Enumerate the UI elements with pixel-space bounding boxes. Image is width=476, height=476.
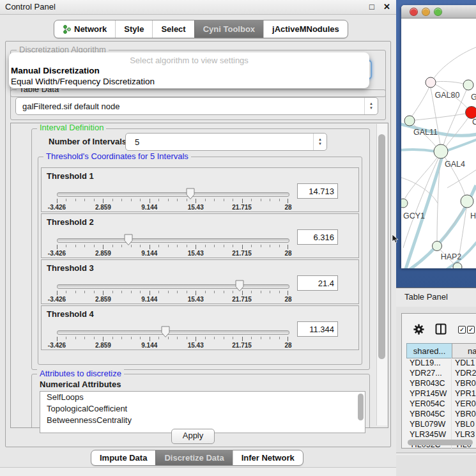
network-edge[interactable] <box>401 150 436 151</box>
tab-cyni-toolbox-label: Cyni Toolbox <box>203 24 255 34</box>
zoom-traffic-light[interactable] <box>434 8 442 16</box>
threshold-4-slider[interactable]: -3.426 2.859 9.144 15.43 21.715 28 <box>57 325 288 348</box>
table-hscrollbar-thumb[interactable] <box>408 440 473 445</box>
close-window-icon[interactable]: ✕ <box>383 2 390 12</box>
network-node[interactable] <box>466 107 476 119</box>
algorithm-option-manual[interactable]: Manual Discretization <box>11 66 100 75</box>
network-node[interactable] <box>461 195 473 208</box>
table-data-combobox[interactable]: galFiltered.sif default node ▲ ▼ <box>15 97 378 115</box>
list-scrollbar[interactable] <box>358 394 364 420</box>
threshold-1-slider[interactable]: -3.426 2.859 9.144 15.43 21.715 28 <box>57 187 288 210</box>
table-cell-shared-name[interactable]: YLR345W <box>406 429 452 440</box>
slider-tick-labels: -3.426 2.859 9.144 15.43 21.715 28 <box>57 204 288 211</box>
number-of-intervals-combobox[interactable]: 5 ▲ ▼ <box>125 133 327 151</box>
network-node[interactable] <box>401 199 408 208</box>
table-cell-shared-name[interactable]: YBL079W <box>406 419 452 429</box>
network-node-label: GCY1 <box>403 211 425 220</box>
network-node[interactable] <box>426 77 436 88</box>
list-item[interactable]: BetweennessCentrality <box>40 415 365 426</box>
combo-stepper-icon[interactable]: ▲ ▼ <box>313 134 326 150</box>
network-edge[interactable] <box>403 158 438 248</box>
network-graph[interactable]: GAL80GACGAL11GAL4GCY1HHAP2 <box>401 18 476 268</box>
network-edge[interactable] <box>447 170 476 188</box>
table-cell-shared-name[interactable]: YPR145W <box>406 388 452 399</box>
control-panel-titlebar: Control Panel □ ✕ <box>0 0 396 15</box>
list-item[interactable]: TopologicalCoefficient <box>40 403 365 415</box>
float-window-icon[interactable]: □ <box>369 2 374 12</box>
threshold-1-value-field[interactable] <box>297 183 338 199</box>
tab-discretize-data-label: Discretize Data <box>164 453 224 463</box>
table-cell-name[interactable]: YBR0 <box>452 378 476 388</box>
network-edge[interactable] <box>433 47 476 79</box>
tab-cyni-toolbox[interactable]: Cyni Toolbox <box>194 20 263 38</box>
slider-track[interactable] <box>57 238 289 243</box>
network-node[interactable] <box>433 242 442 251</box>
threshold-3-value-field[interactable] <box>297 275 338 291</box>
apply-button[interactable]: Apply <box>171 429 215 444</box>
network-node[interactable] <box>404 116 415 126</box>
network-edge[interactable] <box>436 81 463 84</box>
slider-ticks <box>57 199 288 203</box>
table-cell-shared-name[interactable]: YBR045C <box>406 409 452 419</box>
gear-icon[interactable] <box>413 324 424 335</box>
checkbox-icon[interactable]: ✓ <box>458 326 466 334</box>
threshold-3-slider[interactable]: -3.426 2.859 9.144 15.43 21.715 28 <box>57 279 288 302</box>
network-edge[interactable] <box>411 87 429 117</box>
close-traffic-light[interactable] <box>410 8 418 16</box>
network-edge[interactable] <box>415 114 465 120</box>
tab-jactivemnodules-label: jActiveMNodules <box>272 24 339 34</box>
threshold-2-value-field[interactable] <box>297 229 338 245</box>
control-panel-title: Control Panel <box>5 2 56 12</box>
numerical-attributes-list: SelfLoops TopologicalCoefficient Between… <box>40 391 365 433</box>
table-cell-name[interactable]: YBL0 <box>452 419 476 429</box>
table-cell-shared-name[interactable]: YER054C <box>406 399 452 409</box>
checkbox-icon[interactable]: ✓ <box>467 326 475 334</box>
slider-ticks <box>57 337 288 341</box>
tab-select-label: Select <box>161 24 185 34</box>
network-edge[interactable] <box>446 118 468 146</box>
tab-network-label: Network <box>74 24 107 34</box>
tab-infer-network[interactable]: Infer Network <box>233 450 303 465</box>
settings-scrollbar-thumb[interactable] <box>378 134 385 359</box>
slider-track[interactable] <box>57 192 289 197</box>
combo-stepper-icon[interactable]: ▲ ▼ <box>364 98 378 114</box>
list-item[interactable]: SelfLoops <box>40 392 365 403</box>
table-cell-shared-name[interactable]: YBR043C <box>406 378 452 388</box>
tab-discretize-data[interactable]: Discretize Data <box>155 450 232 465</box>
slider-ticks <box>57 291 288 295</box>
tab-style-label: Style <box>124 24 144 34</box>
network-node[interactable] <box>434 144 448 158</box>
table-cell-name[interactable]: YDR2 <box>452 368 476 378</box>
network-window-titlebar[interactable] <box>401 5 476 19</box>
table-cell-name[interactable]: YLR3 <box>452 429 476 440</box>
table-cell-name[interactable]: YPR1 <box>452 388 476 399</box>
tab-style[interactable]: Style <box>115 20 152 38</box>
table-cell-name[interactable]: YDL1 <box>452 358 476 368</box>
settings-scrollbar-track[interactable] <box>376 124 387 426</box>
columns-icon[interactable] <box>435 323 447 335</box>
tab-impute-data[interactable]: Impute Data <box>91 450 155 465</box>
network-node[interactable] <box>463 80 473 90</box>
network-node[interactable] <box>453 263 462 268</box>
column-header-shared-name[interactable]: shared... <box>406 343 452 358</box>
tab-jactivemnodules[interactable]: jActiveMNodules <box>263 20 348 38</box>
threshold-2-panel: Threshold 2 -3.426 2.859 9.144 15.43 21.… <box>41 213 359 258</box>
slider-tick-labels: -3.426 2.859 9.144 15.43 21.715 28 <box>57 342 288 349</box>
table-cell-name[interactable]: YBR0 <box>452 409 476 419</box>
threshold-4-value-field[interactable] <box>297 321 338 337</box>
table-cell-shared-name[interactable]: YDL19... <box>406 358 452 368</box>
slider-track[interactable] <box>57 284 289 289</box>
network-node-label: HAP2 <box>441 252 462 261</box>
tab-select[interactable]: Select <box>152 20 194 38</box>
tab-network[interactable]: Network <box>54 20 115 38</box>
threshold-2-slider[interactable]: -3.426 2.859 9.144 15.43 21.715 28 <box>57 233 288 256</box>
slider-tick-labels: -3.426 2.859 9.144 15.43 21.715 28 <box>57 250 288 257</box>
table-cell-shared-name[interactable]: YDR27... <box>406 368 452 378</box>
number-of-intervals-label: Number of Intervals <box>49 137 127 146</box>
number-of-intervals-value: 5 <box>126 137 313 147</box>
table-cell-name[interactable]: YER0 <box>452 399 476 409</box>
column-header-name[interactable]: na <box>452 343 476 358</box>
algorithm-option-equal-width[interactable]: Equal Width/Frequency Discretization <box>11 77 155 86</box>
minimize-traffic-light[interactable] <box>422 8 430 16</box>
slider-track[interactable] <box>57 330 289 335</box>
